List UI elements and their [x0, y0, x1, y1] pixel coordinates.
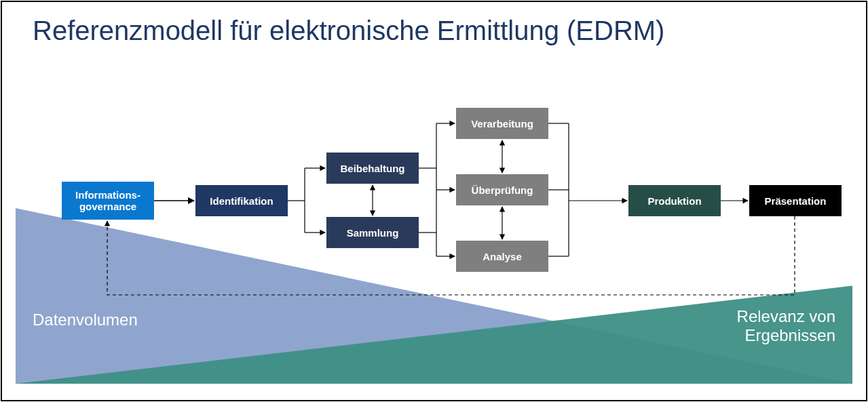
diagram-title: Referenzmodell für elektronische Ermittl… [33, 16, 664, 46]
diagram-frame: Referenzmodell für elektronische Ermittl… [1, 1, 867, 401]
box-presentation: Präsentation [749, 185, 842, 216]
box-identification: Identifikation [195, 185, 288, 216]
box-collection: Sammlung [326, 217, 419, 248]
box-processing: Verarbeitung [456, 108, 548, 139]
box-preservation: Beibehaltung [326, 153, 419, 184]
box-review: Überprüfung [456, 174, 548, 205]
label-relevance: Relevanz vonErgebnissen [737, 307, 835, 345]
svg-marker-0 [16, 208, 852, 384]
box-analysis: Analyse [456, 241, 548, 272]
box-production: Produktion [628, 185, 721, 216]
svg-marker-1 [16, 286, 852, 384]
label-volume: Datenvolumen [33, 310, 138, 329]
box-info-governance: Informations-governance [62, 182, 154, 220]
